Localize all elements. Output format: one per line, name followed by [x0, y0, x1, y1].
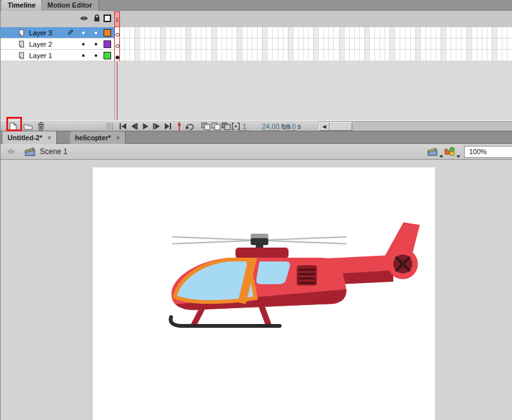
rotor-mount: [235, 248, 289, 258]
layer-row-layer-1[interactable]: Layer 1: [1, 50, 114, 61]
side-window: [256, 261, 290, 284]
layer-page-icon: [18, 29, 25, 38]
timeline-empty-area: [1, 61, 512, 120]
delete-layer-trash-button[interactable]: [37, 121, 45, 131]
layer-name-label[interactable]: Layer 3: [29, 29, 52, 37]
outline-square-icon[interactable]: [104, 15, 111, 22]
close-icon[interactable]: ×: [116, 134, 119, 141]
rotor-hub: [251, 238, 268, 245]
elapsed-time-field[interactable]: 0.0s: [286, 123, 301, 130]
annotation-highlight-rectangle: [6, 117, 22, 131]
layer-outline-color-swatch[interactable]: [104, 29, 111, 37]
loop-button[interactable]: [185, 121, 195, 131]
layer-outline-color-swatch[interactable]: [104, 40, 111, 48]
scrollbar-thumb[interactable]: [330, 122, 352, 131]
layer-lock-dot[interactable]: [95, 54, 97, 57]
tab-motion-editor[interactable]: Motion Editor: [41, 0, 99, 11]
go-to-last-frame-button[interactable]: [164, 121, 172, 131]
document-tab-label: Untitled-2*: [8, 134, 42, 141]
helicopter-artwork[interactable]: [158, 221, 436, 338]
play-button[interactable]: [142, 121, 149, 131]
flash-application-window: Timeline Motion Editor 51015202530354045…: [0, 0, 512, 420]
layer-outline-color-swatch[interactable]: [104, 52, 111, 59]
back-arrow-icon[interactable]: [6, 147, 16, 157]
frame-rate-value[interactable]: 24.00: [262, 123, 280, 131]
playhead-column: [114, 27, 120, 61]
timeline-header-row: 51015202530354045505560657075: [1, 11, 512, 27]
timeline-horizontal-scrollbar[interactable]: ◀: [318, 121, 512, 131]
clapperboard-icon: [25, 147, 36, 158]
eye-icon[interactable]: [80, 15, 88, 23]
document-tab-untitled-2-[interactable]: Untitled-2*×: [3, 131, 57, 144]
layer-list: Layer 3✎Layer 2Layer 1: [1, 27, 114, 61]
document-tab-helicopter-[interactable]: helicopter*×: [70, 131, 126, 144]
playhead-line: [117, 61, 117, 120]
stage-zoom-field[interactable]: 100%: [464, 146, 512, 158]
close-icon[interactable]: ×: [47, 134, 51, 141]
layer-page-icon: [18, 52, 25, 61]
layer-visibility-dot[interactable]: [82, 32, 85, 34]
timeline-panel: Timeline Motion Editor 51015202530354045…: [1, 0, 512, 131]
layer-page-icon: [18, 40, 25, 49]
tab-timeline[interactable]: Timeline: [1, 0, 42, 11]
new-folder-button[interactable]: [23, 121, 33, 131]
layer-lock-dot[interactable]: [95, 43, 97, 45]
playhead-frame-number[interactable]: 1: [114, 11, 120, 27]
scene-name-label[interactable]: Scene 1: [40, 147, 68, 156]
onion-skin-outlines-button[interactable]: [211, 121, 220, 131]
layer-lock-dot[interactable]: [95, 32, 97, 34]
layer-row-layer-3[interactable]: Layer 3✎: [1, 27, 114, 39]
current-frame-field[interactable]: 1: [239, 123, 249, 131]
layer-name-label[interactable]: Layer 1: [29, 52, 52, 59]
center-frame-button[interactable]: [177, 121, 182, 131]
edit-scene-button[interactable]: [427, 147, 443, 158]
frames-grid[interactable]: [114, 27, 512, 61]
step-forward-button[interactable]: [153, 121, 160, 131]
elapsed-time-value: 0.0: [286, 123, 295, 131]
document-tab-bar: Untitled-2*×helicopter*×: [1, 131, 512, 144]
edit-bar: Scene 1 100%: [1, 144, 512, 160]
onion-skin-button[interactable]: [201, 121, 210, 131]
lock-icon[interactable]: [93, 14, 100, 23]
step-back-button[interactable]: [131, 121, 138, 131]
edit-multiple-frames-button[interactable]: [222, 121, 230, 131]
timeline-control-bar: 1 24.00fps 0.0s ◀: [1, 120, 512, 131]
go-to-first-frame-button[interactable]: [119, 121, 127, 131]
dropdown-arrow-icon: [439, 155, 443, 158]
scrollbar-left-arrow[interactable]: ◀: [319, 122, 330, 131]
panel-tab-bar: Timeline Motion Editor: [1, 0, 512, 11]
layer-row-layer-2[interactable]: Layer 2: [1, 39, 114, 50]
layer-visibility-dot[interactable]: [82, 54, 85, 57]
layer-name-label[interactable]: Layer 2: [29, 40, 52, 48]
panel-resize-grip[interactable]: [107, 123, 114, 129]
document-tab-label: helicopter*: [75, 134, 111, 141]
elapsed-time-unit: s: [297, 123, 301, 130]
pencil-icon: ✎: [67, 28, 74, 37]
edit-symbols-button[interactable]: [444, 147, 460, 158]
skid-strut-rear: [258, 306, 272, 326]
layer-visibility-dot[interactable]: [82, 43, 85, 45]
dropdown-arrow-icon: [456, 155, 460, 158]
